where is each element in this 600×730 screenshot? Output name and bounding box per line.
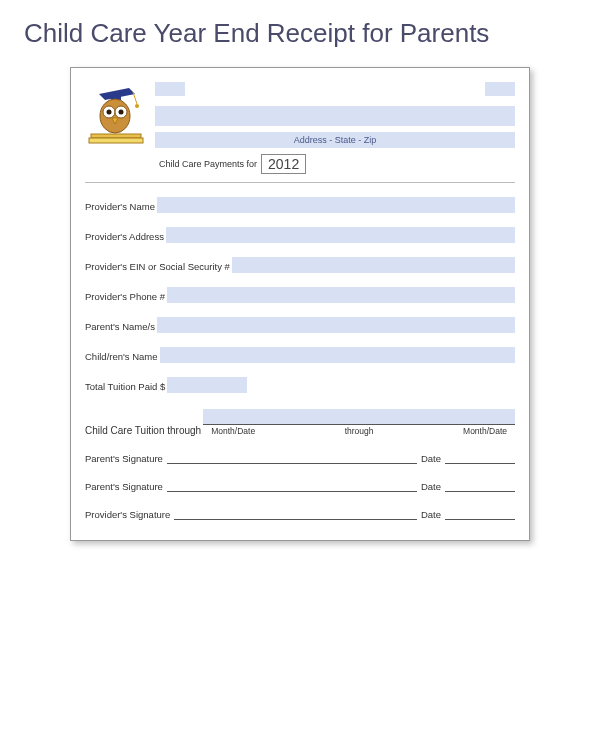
parent-signature-label-2: Parent's Signature (85, 481, 163, 492)
date-line-2[interactable] (445, 480, 515, 492)
month-date-start-label: Month/Date (211, 426, 255, 436)
through-label: through (345, 426, 374, 436)
parent-signature-row-1: Parent's Signature Date (85, 452, 515, 464)
date-line-1[interactable] (445, 452, 515, 464)
provider-ein-label: Provider's EIN or Social Security # (85, 261, 230, 273)
provider-signature-line[interactable] (174, 508, 417, 520)
date-label-2: Date (421, 481, 441, 492)
owl-graduate-icon (85, 82, 149, 150)
svg-point-8 (119, 110, 124, 115)
provider-name-row: Provider's Name (85, 199, 515, 213)
total-tuition-label: Total Tuition Paid $ (85, 381, 165, 393)
provider-ein-input[interactable] (232, 257, 515, 273)
provider-phone-row: Provider's Phone # (85, 289, 515, 303)
date-label-1: Date (421, 453, 441, 464)
provider-name-input[interactable] (157, 197, 515, 213)
address-input[interactable]: Address - State - Zip (155, 132, 515, 148)
svg-line-10 (133, 92, 137, 104)
accent-right (485, 82, 515, 96)
childrens-name-row: Child/ren's Name (85, 349, 515, 363)
childrens-name-label: Child/ren's Name (85, 351, 158, 363)
provider-phone-input[interactable] (167, 287, 515, 303)
date-line-3[interactable] (445, 508, 515, 520)
payments-label: Child Care Payments for (159, 159, 257, 169)
svg-point-11 (135, 104, 139, 108)
parents-names-row: Parent's Name/s (85, 319, 515, 333)
parent-signature-row-2: Parent's Signature Date (85, 480, 515, 492)
page-title: Child Care Year End Receipt for Parents (24, 18, 576, 49)
parent-signature-line-2[interactable] (167, 480, 417, 492)
provider-signature-row: Provider's Signature Date (85, 508, 515, 520)
parent-signature-label-1: Parent's Signature (85, 453, 163, 464)
month-date-end-label: Month/Date (463, 426, 507, 436)
parents-names-input[interactable] (157, 317, 515, 333)
tuition-through-label: Child Care Tuition through (85, 425, 201, 436)
svg-rect-1 (89, 138, 143, 143)
provider-address-row: Provider's Address (85, 229, 515, 243)
date-label-3: Date (421, 509, 441, 520)
provider-ein-row: Provider's EIN or Social Security # (85, 259, 515, 273)
receipt-form: Address - State - Zip Child Care Payment… (70, 67, 530, 541)
total-tuition-row: Total Tuition Paid $ (85, 379, 515, 393)
tuition-through-row: Child Care Tuition through Month/Date th… (85, 409, 515, 436)
childrens-name-input[interactable] (160, 347, 515, 363)
parents-names-label: Parent's Name/s (85, 321, 155, 333)
svg-rect-0 (91, 134, 141, 138)
accent-left (155, 82, 185, 96)
svg-point-7 (107, 110, 112, 115)
parent-signature-line-1[interactable] (167, 452, 417, 464)
total-tuition-input[interactable] (167, 377, 247, 393)
form-header: Address - State - Zip Child Care Payment… (85, 82, 515, 174)
tuition-range-input[interactable] (203, 409, 515, 425)
provider-phone-label: Provider's Phone # (85, 291, 165, 303)
year-input[interactable]: 2012 (261, 154, 306, 174)
provider-address-label: Provider's Address (85, 231, 164, 243)
divider (85, 182, 515, 183)
provider-signature-label: Provider's Signature (85, 509, 170, 520)
provider-address-input[interactable] (166, 227, 515, 243)
name-input[interactable] (155, 106, 515, 126)
provider-name-label: Provider's Name (85, 201, 155, 213)
